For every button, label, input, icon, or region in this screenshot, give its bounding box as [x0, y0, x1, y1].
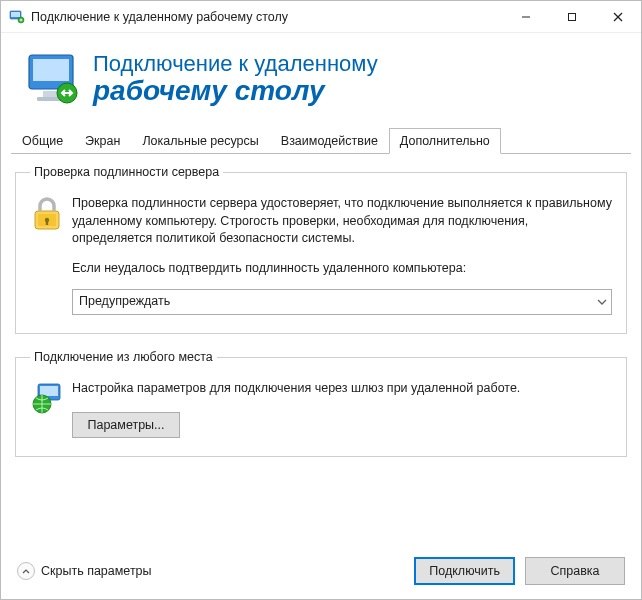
group-server-auth: Проверка подлинности сервера Проверка по…: [15, 165, 627, 334]
lock-icon: [30, 195, 72, 315]
banner: Подключение к удаленному рабочему столу: [1, 33, 641, 127]
help-button[interactable]: Справка: [525, 557, 625, 585]
group-connect-anywhere: Подключение из любого места Настройка па…: [15, 350, 627, 457]
gateway-settings-button[interactable]: Параметры...: [72, 412, 180, 438]
svg-rect-1: [11, 12, 20, 17]
window-title: Подключение к удаленному рабочему столу: [31, 10, 503, 24]
banner-text: Подключение к удаленному рабочему столу: [93, 51, 378, 107]
tab-display[interactable]: Экран: [74, 128, 131, 153]
tab-general[interactable]: Общие: [11, 128, 74, 153]
tab-advanced[interactable]: Дополнительно: [389, 128, 501, 154]
app-icon: [9, 9, 25, 25]
minimize-button[interactable]: [503, 1, 549, 32]
server-auth-description: Проверка подлинности сервера удостоверяе…: [72, 195, 612, 248]
window-controls: [503, 1, 641, 32]
tabs-container: Общие Экран Локальные ресурсы Взаимодейс…: [1, 127, 641, 153]
svg-rect-4: [569, 13, 576, 20]
tab-content-advanced: Проверка подлинности сервера Проверка по…: [1, 153, 641, 547]
gateway-description: Настройка параметров для подключения чер…: [72, 380, 612, 398]
tab-local-resources[interactable]: Локальные ресурсы: [131, 128, 269, 153]
footer: Скрыть параметры Подключить Справка: [1, 547, 641, 599]
globe-monitor-icon: [30, 380, 72, 438]
banner-line1: Подключение к удаленному: [93, 51, 378, 77]
server-auth-prompt: Если неудалось подтвердить подлинность у…: [72, 260, 612, 278]
tab-experience[interactable]: Взаимодействие: [270, 128, 389, 153]
close-button[interactable]: [595, 1, 641, 32]
auth-fail-action-dropdown[interactable]: Предупреждать: [72, 289, 612, 315]
group-connect-anywhere-legend: Подключение из любого места: [30, 350, 217, 364]
svg-rect-17: [40, 386, 58, 396]
rdc-window: Подключение к удаленному рабочему столу: [0, 0, 642, 600]
maximize-button[interactable]: [549, 1, 595, 32]
chevron-down-icon: [597, 294, 607, 309]
tab-strip: Общие Экран Локальные ресурсы Взаимодейс…: [11, 128, 631, 154]
hide-options-toggle[interactable]: Скрыть параметры: [17, 562, 152, 580]
dropdown-value: Предупреждать: [79, 293, 170, 311]
rdc-logo-icon: [23, 51, 83, 107]
connect-button[interactable]: Подключить: [414, 557, 515, 585]
hide-options-label: Скрыть параметры: [41, 564, 152, 578]
svg-rect-15: [46, 220, 48, 225]
titlebar: Подключение к удаленному рабочему столу: [1, 1, 641, 33]
svg-rect-8: [33, 59, 69, 81]
chevron-up-icon: [17, 562, 35, 580]
group-server-auth-legend: Проверка подлинности сервера: [30, 165, 223, 179]
banner-line2: рабочему столу: [93, 75, 378, 107]
